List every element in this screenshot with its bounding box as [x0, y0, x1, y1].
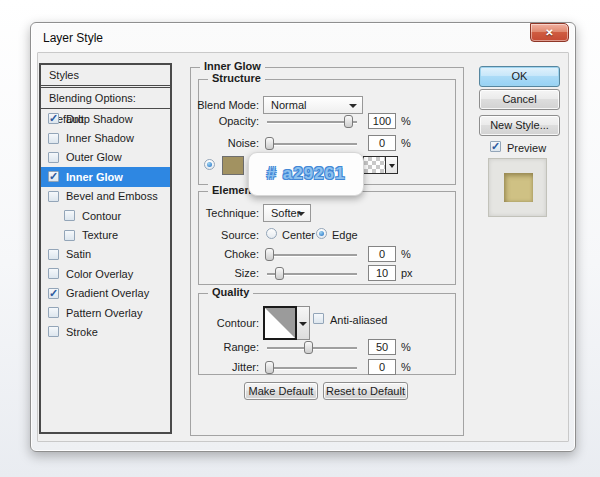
jitter-slider-thumb[interactable] — [265, 361, 274, 374]
size-slider[interactable] — [267, 273, 357, 275]
color-hex-tooltip: # a29261 — [248, 152, 364, 196]
sidebar-item-label: Stroke — [66, 326, 98, 338]
preview-glow-swatch — [504, 173, 533, 202]
sidebar-item-inner-glow[interactable]: Inner Glow — [41, 167, 170, 186]
style-checkbox-icon[interactable] — [48, 326, 59, 337]
style-checkbox-icon[interactable] — [48, 113, 59, 124]
sidebar-item-satin[interactable]: Satin — [41, 245, 170, 264]
sidebar-item-stroke[interactable]: Stroke — [41, 322, 170, 341]
noise-slider[interactable] — [267, 143, 357, 145]
style-checkbox-icon[interactable] — [64, 230, 75, 241]
sidebar-item-label: Outer Glow — [66, 151, 122, 163]
sidebar-item-label: Satin — [66, 248, 91, 260]
preview-checkbox[interactable] — [490, 141, 501, 152]
sidebar-item-texture[interactable]: Texture — [41, 225, 170, 244]
sidebar-item-blending-options[interactable]: Blending Options: Default — [41, 88, 170, 109]
blend-mode-value: Normal — [271, 99, 306, 111]
noise-unit: % — [401, 137, 421, 151]
quality-group-title: Quality — [208, 286, 253, 298]
close-icon[interactable]: ✕ — [530, 23, 569, 42]
styles-panel-header: Styles — [41, 65, 170, 86]
style-checkbox-icon[interactable] — [48, 249, 59, 260]
ok-button[interactable]: OK — [479, 66, 560, 87]
sidebar-item-label: Color Overlay — [66, 268, 133, 280]
style-checkbox-icon[interactable] — [48, 133, 59, 144]
make-default-button[interactable]: Make Default — [244, 382, 318, 400]
sidebar-item-bevel-and-emboss[interactable]: Bevel and Emboss — [41, 187, 170, 206]
glow-color-swatch[interactable] — [222, 156, 244, 175]
range-slider-thumb[interactable] — [304, 341, 313, 354]
choke-unit: % — [401, 248, 421, 262]
chevron-down-icon — [297, 212, 305, 216]
preview-thumbnail — [488, 158, 547, 217]
choke-label: Choke: — [171, 248, 259, 262]
sidebar-item-gradient-overlay[interactable]: Gradient Overlay — [41, 284, 170, 303]
noise-slider-thumb[interactable] — [265, 137, 274, 150]
color-hex-value: # a29261 — [267, 164, 346, 184]
glow-color-radio[interactable] — [204, 159, 215, 170]
opacity-slider[interactable] — [267, 121, 357, 123]
source-center-label: Center — [282, 229, 315, 241]
style-checkbox-icon[interactable] — [48, 288, 59, 299]
range-unit: % — [401, 341, 421, 355]
chevron-down-icon — [349, 104, 357, 108]
anti-aliased-checkbox[interactable] — [313, 313, 324, 324]
sidebar-item-label: Bevel and Emboss — [66, 190, 158, 202]
sidebar-item-color-overlay[interactable]: Color Overlay — [41, 264, 170, 283]
style-checkbox-icon[interactable] — [48, 191, 59, 202]
new-style-button[interactable]: New Style... — [479, 115, 560, 136]
reset-to-default-button[interactable]: Reset to Default — [323, 382, 408, 400]
desktop: { "window": { "title": "Layer Style", "c… — [0, 0, 600, 477]
style-checkbox-icon[interactable] — [64, 210, 75, 221]
jitter-input[interactable]: 0 — [368, 359, 396, 375]
sidebar-item-label: Pattern Overlay — [66, 307, 142, 319]
sidebar-item-label: Texture — [82, 229, 118, 241]
sidebar-item-label: Gradient Overlay — [66, 287, 149, 299]
glow-gradient-picker[interactable] — [363, 156, 398, 174]
gradient-dropdown-icon[interactable] — [385, 157, 397, 173]
choke-slider[interactable] — [267, 254, 357, 256]
source-label: Source: — [171, 229, 259, 243]
sidebar-item-label: Inner Glow — [66, 171, 123, 183]
contour-picker[interactable] — [263, 306, 297, 340]
structure-group-title: Structure — [208, 72, 265, 84]
size-label: Size: — [171, 267, 259, 281]
sidebar-item-inner-shadow[interactable]: Inner Shadow — [41, 128, 170, 147]
range-input[interactable]: 50 — [368, 339, 396, 355]
opacity-unit: % — [401, 115, 421, 129]
blend-mode-select[interactable]: Normal — [263, 96, 363, 114]
cancel-button[interactable]: Cancel — [479, 89, 560, 110]
opacity-slider-thumb[interactable] — [344, 115, 353, 128]
style-checkbox-icon[interactable] — [48, 307, 59, 318]
technique-label: Technique: — [171, 207, 259, 221]
jitter-slider[interactable] — [267, 367, 357, 369]
sidebar-item-outer-glow[interactable]: Outer Glow — [41, 148, 170, 167]
technique-value: Softer — [271, 207, 300, 219]
choke-slider-thumb[interactable] — [265, 248, 274, 261]
noise-input[interactable]: 0 — [368, 135, 396, 151]
jitter-unit: % — [401, 361, 421, 375]
style-checkbox-icon[interactable] — [48, 268, 59, 279]
style-checkbox-icon[interactable] — [48, 152, 59, 163]
sidebar-item-pattern-overlay[interactable]: Pattern Overlay — [41, 303, 170, 322]
sidebar-item-contour[interactable]: Contour — [41, 206, 170, 225]
choke-input[interactable]: 0 — [368, 246, 396, 262]
range-slider[interactable] — [267, 347, 357, 349]
source-edge-radio[interactable] — [316, 228, 327, 239]
source-center-radio[interactable] — [266, 228, 277, 239]
anti-aliased-label: Anti-aliased — [330, 314, 387, 326]
opacity-input[interactable]: 100 — [368, 113, 396, 129]
style-checkbox-icon[interactable] — [48, 171, 59, 182]
gradient-checkerboard[interactable] — [364, 157, 385, 173]
technique-select[interactable]: Softer — [263, 204, 311, 222]
styles-list: Drop ShadowInner ShadowOuter GlowInner G… — [41, 109, 170, 342]
size-unit: px — [401, 267, 421, 281]
sidebar-item-label: Contour — [82, 210, 121, 222]
styles-panel: Styles Blending Options: Default Drop Sh… — [39, 63, 172, 434]
contour-dropdown-icon[interactable] — [297, 306, 310, 340]
size-slider-thumb[interactable] — [275, 267, 284, 280]
blend-mode-label: Blend Mode: — [171, 99, 259, 113]
sidebar-item-label: Drop Shadow — [66, 113, 133, 125]
contour-label: Contour: — [171, 317, 259, 331]
size-input[interactable]: 10 — [368, 265, 396, 281]
